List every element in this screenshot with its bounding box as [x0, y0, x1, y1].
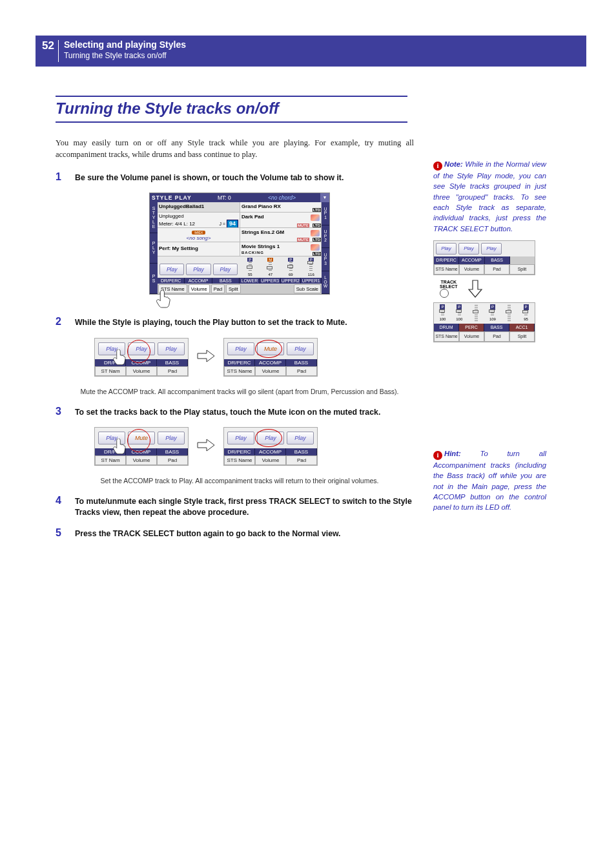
right-tabs[interactable]: UP1 UP2 UP3 LOW — [322, 202, 329, 294]
track-label: DR/PERC — [158, 278, 185, 284]
content: Turning the Style tracks on/off You may … — [56, 96, 586, 539]
tab[interactable]: STS Name — [434, 264, 459, 275]
track-label: LOWER — [240, 278, 260, 284]
step-3: 3 To set the tracks back to the Play sta… — [56, 406, 417, 418]
mute-button[interactable]: Mute — [257, 342, 284, 355]
arrow-right-icon — [191, 437, 221, 455]
track-label: ACC1 — [509, 324, 535, 331]
sound-cell[interactable]: Strings Ens.2 GMMUTELTD — [240, 228, 322, 242]
figure-caption: Mute the ACCOMP track. All accompaniment… — [75, 387, 404, 396]
step-2: 2 While the Style is playing, touch the … — [56, 317, 417, 328]
mute-button[interactable]: Mute — [128, 432, 155, 444]
tab[interactable]: Pad — [211, 284, 225, 293]
meter-cell: Unplugged Meter: 4/4 L: 12 J = 94 — [158, 213, 240, 227]
track-label: BASS — [212, 278, 240, 284]
page-header: 52 Selecting and playing Styles Turning … — [36, 36, 586, 67]
track-label: UPPER1 — [301, 278, 322, 284]
step-text: While the Style is playing, touch the Pl… — [75, 317, 347, 328]
play-button[interactable]: Play — [213, 264, 238, 275]
step-number: 3 — [56, 406, 75, 418]
track-select-label: TRACKSELECT — [440, 280, 458, 289]
tab[interactable]: Volume — [459, 264, 484, 275]
panel-title: STYLE PLAY — [150, 194, 218, 201]
play-button[interactable]: Play — [158, 342, 185, 355]
play-button[interactable]: Play — [227, 342, 254, 355]
play-button[interactable]: Play — [159, 264, 184, 275]
track-label: DR/PERC — [434, 256, 459, 264]
play-button[interactable]: Play — [257, 432, 284, 444]
track-label: BASS — [484, 324, 509, 331]
mini-panel-before: Play Play Play DR/P CCOMP BASS ST Nam Vo… — [94, 338, 189, 377]
play-button[interactable]: Play — [128, 342, 155, 355]
play-button[interactable]: Play — [287, 432, 314, 444]
mini-panel-after: Play Play Play DR/PERC ACCOMP BASS STS N… — [223, 427, 318, 466]
dropdown-icon[interactable]: ▼ — [320, 193, 329, 202]
play-button[interactable]: Play — [158, 432, 185, 444]
step-text: Press the TRACK SELECT button again to g… — [75, 528, 341, 539]
step-number: 2 — [56, 317, 75, 328]
step-number: 5 — [56, 528, 75, 539]
song-cell: MIDI <no song> — [158, 228, 240, 242]
sound-cell[interactable]: Grand Piano RXLTD — [240, 202, 322, 212]
track-label: UPPER3 — [260, 278, 281, 284]
page-number: 52 — [42, 40, 59, 62]
tempo-value[interactable]: 94 — [227, 220, 238, 227]
step-text: Be sure the Volume panel is shown, or to… — [75, 172, 344, 183]
info-icon: i — [433, 162, 442, 171]
header-section-title: Selecting and playing Styles — [64, 39, 186, 51]
mini-panel-before: Play Mute Play DR/P CCOMP BASS ST Nam Vo… — [94, 427, 189, 466]
style-name[interactable]: UnpluggedBallad1 — [158, 202, 240, 212]
play-button[interactable]: Play — [458, 243, 479, 255]
arrow-down-icon — [467, 279, 484, 298]
mini-panel-after: Play Mute Play DR/PERC ACCOMP BASS STS N… — [223, 338, 318, 377]
left-tabs[interactable]: STYLE PLY PS — [150, 202, 158, 294]
tab-volume[interactable]: Volume — [189, 284, 210, 293]
track-label: UPPER2 — [281, 278, 302, 284]
article-title: Turning the Style tracks on/off — [56, 96, 407, 123]
track-select-button[interactable] — [440, 289, 449, 298]
style-play-panel: STYLE PLAY MT: 0 <no chord> ▼ STYLE PLY … — [149, 193, 330, 295]
mt-indicator: MT: 0 — [218, 194, 243, 201]
step-1: 1 Be sure the Volume panel is shown, or … — [56, 172, 417, 183]
play-button[interactable]: Play — [227, 432, 254, 444]
track-label: ACCOMP — [459, 256, 484, 264]
perf-cell[interactable]: Perf: My Setting — [158, 242, 240, 256]
header-subsection: Turning the Style tracks on/off — [64, 51, 186, 61]
play-button[interactable]: Play — [287, 342, 314, 355]
track-label: DRUM — [434, 324, 459, 331]
step-number: 4 — [56, 496, 75, 518]
track-label: ACCOMP — [185, 278, 212, 284]
side-figure-grouped: Play Play Play DR/PERC ACCOMP BASS STS N… — [433, 240, 546, 342]
step-5: 5 Press the TRACK SELECT button again to… — [56, 528, 417, 539]
chord-indicator: <no chord> — [243, 194, 320, 201]
side-panel-grouped: Play Play Play DR/PERC ACCOMP BASS STS N… — [433, 240, 535, 275]
sound-cell[interactable]: Dark PadMUTELTD — [240, 213, 322, 227]
step-text: To set the tracks back to the Play statu… — [75, 406, 380, 418]
track-select-row: TRACKSELECT — [440, 279, 546, 298]
intro-paragraph: You may easily turn on or off any Style … — [56, 137, 414, 160]
figure-mute-transition: Play Play Play DR/P CCOMP BASS ST Nam Vo… — [94, 338, 586, 377]
touch-hand-icon — [109, 348, 130, 371]
step-4: 4 To mute/unmute each single Style track… — [56, 496, 417, 518]
sound-cell[interactable]: Movie Strings 1BACKINGLTD — [240, 242, 322, 256]
track-label: PERC — [459, 324, 484, 331]
tab[interactable]: Split — [509, 264, 535, 275]
touch-hand-icon — [152, 288, 175, 306]
note-label: Note: — [444, 160, 463, 168]
figure-caption: Set the ACCOMP track to Play. All accomp… — [75, 476, 404, 485]
tab-bar: STS Name Volume Pad Split Sub Scale — [158, 284, 322, 294]
track-label: BASS — [485, 256, 510, 264]
tab[interactable]: Sub Scale — [294, 284, 321, 293]
touch-hand-icon — [109, 437, 130, 460]
figure-unmute-transition: Play Mute Play DR/P CCOMP BASS ST Nam Vo… — [94, 427, 586, 466]
step-number: 1 — [56, 172, 75, 183]
play-button[interactable]: Play — [481, 243, 502, 255]
play-button[interactable]: Play — [186, 264, 210, 275]
arrow-right-icon — [191, 348, 221, 366]
play-button[interactable]: Play — [436, 243, 457, 255]
panel-titlebar: STYLE PLAY MT: 0 <no chord> ▼ — [150, 193, 329, 202]
tab[interactable]: Pad — [484, 264, 509, 275]
side-panel-individual: P100 P100 P109 P95 DRUM PERC BASS ACC1 S… — [433, 302, 535, 342]
step-text: To mute/unmute each single Style track, … — [75, 496, 417, 518]
tab[interactable]: Split — [226, 284, 241, 293]
